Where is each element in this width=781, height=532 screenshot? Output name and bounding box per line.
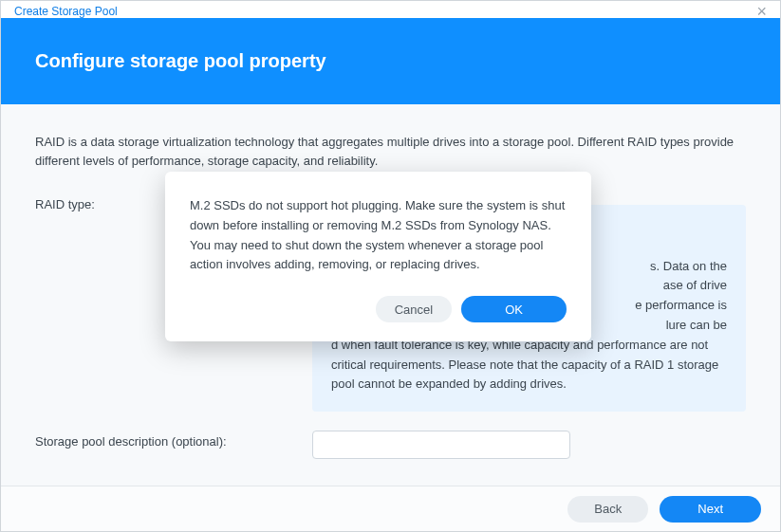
window-title: Create Storage Pool — [14, 5, 118, 18]
warning-dialog-actions: Cancel OK — [190, 296, 567, 322]
intro-text: RAID is a data storage virtualization te… — [35, 133, 746, 171]
create-storage-pool-window: Create Storage Pool × Configure storage … — [0, 0, 781, 532]
raid-info-tail: d when fault tolerance is key, while cap… — [331, 336, 727, 394]
titlebar: Create Storage Pool × — [1, 1, 780, 18]
header-banner: Configure storage pool property — [1, 18, 780, 104]
description-row: Storage pool description (optional): — [35, 431, 746, 459]
close-icon[interactable]: × — [756, 5, 767, 18]
page-title: Configure storage pool property — [35, 50, 746, 72]
warning-dialog-message: M.2 SSDs do not support hot plugging. Ma… — [190, 196, 567, 275]
cancel-button[interactable]: Cancel — [376, 296, 452, 322]
description-label: Storage pool description (optional): — [35, 431, 312, 459]
ok-button[interactable]: OK — [461, 296, 567, 322]
warning-dialog: M.2 SSDs do not support hot plugging. Ma… — [165, 172, 591, 341]
next-button[interactable]: Next — [660, 496, 761, 523]
back-button[interactable]: Back — [567, 496, 648, 523]
description-input[interactable] — [312, 431, 570, 459]
wizard-footer: Back Next — [1, 486, 780, 531]
